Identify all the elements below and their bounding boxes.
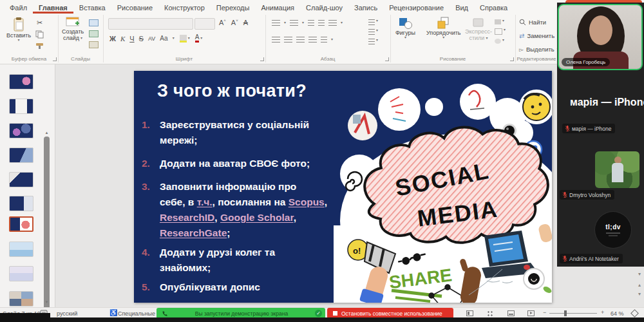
slide-thumbnail[interactable] — [9, 99, 33, 114]
link-google-scholar[interactable]: Google Scholar — [220, 212, 294, 223]
link-scopus[interactable]: Scopus — [289, 196, 325, 207]
link-researchgate[interactable]: ResearchGate — [160, 227, 227, 238]
align-text-button[interactable] — [368, 29, 375, 35]
tab-view[interactable]: Вид — [450, 1, 474, 14]
text-direction-button[interactable] — [368, 19, 375, 25]
group-editing: Найти ⇄ Заменить ▻ Выделить▾ Редактирова… — [515, 15, 558, 62]
replace-button[interactable]: ⇄ Заменить — [519, 32, 554, 39]
previous-slide-button[interactable]: ▴ — [636, 282, 643, 288]
text-highlight-button[interactable] — [180, 35, 187, 43]
reading-view-button[interactable] — [507, 310, 515, 316]
font-size-combo[interactable] — [194, 18, 215, 30]
format-painter-button[interactable] — [35, 42, 44, 50]
align-left-button[interactable] — [272, 37, 280, 43]
font-color-button[interactable]: А — [195, 34, 200, 43]
strikethrough-button[interactable]: S — [139, 35, 144, 43]
slide-thumbnail[interactable] — [9, 123, 33, 138]
slide-thumbnail[interactable] — [9, 172, 33, 187]
italic-button[interactable]: К — [120, 35, 125, 43]
arrange-button[interactable]: Упорядочить▾ — [426, 17, 461, 39]
copy-button[interactable] — [35, 30, 44, 39]
fit-slide-to-window-button[interactable] — [630, 309, 639, 317]
slide-layout-button[interactable] — [89, 19, 99, 26]
grow-font-button[interactable]: А˄ — [219, 19, 226, 26]
scrollbar-down-arrow[interactable]: ▾ — [636, 271, 643, 277]
clipboard-dialog-launcher[interactable] — [53, 57, 57, 61]
thumbnail-scroll-up-arrow[interactable]: ▲ — [44, 131, 50, 135]
zoom-slider-track[interactable] — [549, 313, 597, 314]
align-right-button[interactable] — [296, 37, 305, 43]
current-slide[interactable]: З чого ж почати? 1. Зареєструватися у со… — [134, 71, 552, 303]
zoom-out-button[interactable]: − — [543, 309, 546, 316]
select-button[interactable]: ▻ Выделить▾ — [519, 46, 559, 53]
line-spacing-button[interactable] — [328, 20, 337, 26]
reset-slide-button[interactable] — [89, 30, 99, 37]
quick-styles-button[interactable]: Экспресс- стили▾ — [465, 17, 492, 41]
tab-animations[interactable]: Анимация — [255, 1, 300, 14]
accessibility-status[interactable]: Специальные — [118, 310, 155, 317]
language-indicator[interactable]: русский — [57, 310, 77, 317]
zoom-slider-thumb[interactable] — [564, 310, 567, 316]
slide-sorter-view-button[interactable] — [487, 310, 493, 317]
tab-help[interactable]: Справка — [474, 1, 513, 14]
speaker-video-tile[interactable]: Олена Горобець — [558, 4, 643, 70]
slide-thumbnail[interactable] — [9, 242, 33, 257]
list-number: 4. — [142, 245, 160, 276]
shape-fill-button[interactable] — [495, 19, 501, 24]
slide-thumbnail[interactable] — [9, 266, 33, 281]
tab-slideshow[interactable]: Слайд-шоу — [300, 1, 348, 14]
slide-thumbnail-current[interactable] — [9, 216, 33, 232]
find-button[interactable]: Найти — [519, 19, 546, 26]
shrink-font-button[interactable]: А˅ — [231, 19, 238, 26]
numbering-button[interactable] — [290, 20, 298, 26]
next-slide-button[interactable]: ▾ — [636, 291, 643, 297]
cut-button[interactable]: ✂ — [35, 19, 44, 27]
zoom-in-button[interactable]: + — [601, 309, 604, 316]
character-spacing-button[interactable]: AV — [148, 35, 155, 42]
increase-indent-button[interactable] — [318, 20, 325, 26]
align-center-button[interactable] — [284, 37, 292, 43]
thumbnail-scroll-down-arrow[interactable]: ▼ — [44, 300, 50, 304]
slide-thumbnail[interactable] — [9, 196, 33, 211]
underline-button[interactable]: Ч — [129, 35, 134, 43]
tab-transitions[interactable]: Переходы — [211, 1, 256, 14]
muted-mic-icon — [565, 125, 570, 132]
slide-thumbnail[interactable] — [9, 147, 33, 163]
tab-record[interactable]: Запись — [348, 1, 383, 14]
columns-button[interactable] — [321, 37, 327, 43]
thumbnail-scrollbar[interactable] — [44, 137, 50, 322]
new-slide-button[interactable]: Создать слайд▾ — [62, 17, 84, 41]
shape-outline-button[interactable] — [495, 28, 502, 35]
section-button[interactable] — [89, 41, 99, 48]
convert-smartart-button[interactable] — [368, 39, 375, 44]
shape-effects-button[interactable] — [495, 39, 501, 44]
font-dialog-launcher[interactable] — [260, 57, 264, 61]
decrease-indent-button[interactable] — [308, 20, 314, 26]
tab-design[interactable]: Конструктор — [158, 1, 211, 14]
drawing-dialog-launcher[interactable] — [510, 57, 514, 61]
paste-button[interactable]: Вставить ▾ — [6, 17, 31, 42]
tab-insert[interactable]: Вставка — [73, 1, 111, 14]
slide-thumbnail[interactable] — [9, 74, 33, 90]
participant-video-dmytro[interactable] — [595, 151, 639, 188]
paragraph-dialog-launcher[interactable] — [385, 57, 389, 61]
tab-file[interactable]: Файл — [4, 1, 33, 14]
slide-thumbnail[interactable] — [9, 291, 33, 307]
zoom-level[interactable]: 64 % — [611, 310, 624, 317]
tab-home[interactable]: Главная — [33, 1, 73, 14]
bold-button[interactable]: Ж — [109, 35, 116, 43]
font-name-combo[interactable] — [108, 18, 193, 30]
link-researchid[interactable]: ResearchID — [160, 212, 214, 223]
shapes-button[interactable]: Фигуры▾ — [395, 17, 415, 39]
justify-button[interactable] — [308, 37, 317, 43]
slideshow-button[interactable] — [527, 310, 535, 316]
clear-formatting-button[interactable]: А — [243, 19, 248, 26]
tab-draw[interactable]: Рисование — [111, 1, 158, 14]
tab-review[interactable]: Рецензирование — [383, 1, 450, 14]
notetaker-avatar[interactable]: tl;dv — [595, 212, 631, 248]
normal-view-button[interactable] — [466, 310, 473, 316]
group-label-clipboard: Буфер обмена — [0, 56, 58, 62]
change-case-button[interactable]: Аа — [160, 35, 167, 42]
bullets-button[interactable] — [272, 20, 280, 26]
ribbon-tabs: Файл Главная Вставка Рисование Конструкт… — [0, 0, 513, 15]
